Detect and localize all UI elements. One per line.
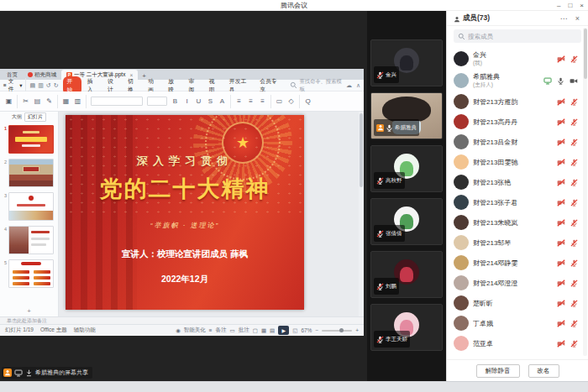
file-menu[interactable]: ≡文件▾: [3, 78, 26, 93]
member-row[interactable]: 财管213朱晓岚: [447, 212, 588, 233]
member-row[interactable]: 财管213田雯驰: [447, 152, 588, 172]
mic-off-icon[interactable]: [570, 300, 578, 307]
wps-store-tab[interactable]: 稻壳商城: [23, 70, 61, 80]
camera-off-icon[interactable]: [557, 199, 565, 206]
slide-thumbnail[interactable]: [8, 192, 54, 221]
underline-icon[interactable]: U: [195, 97, 202, 105]
comments-toggle[interactable]: 批注: [239, 327, 249, 334]
camera-off-icon[interactable]: [557, 98, 565, 106]
mic-off-icon[interactable]: [570, 179, 578, 186]
camera-off-icon[interactable]: [557, 219, 565, 227]
mic-off-icon[interactable]: [570, 98, 578, 106]
zoom-in-icon[interactable]: +: [355, 327, 359, 333]
font-name-box[interactable]: [91, 97, 143, 106]
video-tile[interactable]: 希腊雅典: [370, 92, 443, 139]
collapse-ribbon-icon[interactable]: ∧: [356, 82, 360, 89]
mic-off-icon[interactable]: [570, 219, 578, 227]
rename-button[interactable]: 改名: [528, 364, 559, 378]
add-slide-icon[interactable]: +: [0, 306, 58, 316]
align-center-icon[interactable]: ≡: [247, 97, 255, 105]
camera-off-icon[interactable]: [557, 300, 565, 307]
video-tile[interactable]: 李王天娇: [370, 304, 443, 351]
member-row[interactable]: 财管213张子君: [447, 192, 588, 212]
slide-thumbnail[interactable]: [8, 226, 54, 254]
mic-off-icon[interactable]: [570, 340, 578, 348]
strikethrough-icon[interactable]: S: [207, 97, 214, 105]
member-row[interactable]: 丁卓娥: [447, 313, 588, 333]
mic-off-icon[interactable]: [570, 280, 578, 287]
find-icon[interactable]: Q: [304, 97, 312, 105]
mic-off-icon[interactable]: [570, 199, 578, 206]
view-normal-icon[interactable]: ▢: [253, 327, 258, 334]
minimize-icon[interactable]: –: [557, 2, 560, 9]
beautify-label[interactable]: 智能美化: [184, 327, 206, 334]
redo-icon[interactable]: ↻: [54, 82, 59, 89]
member-search-box[interactable]: [454, 29, 581, 43]
more-icon[interactable]: ⋯: [560, 14, 568, 23]
zoom-slider[interactable]: [322, 330, 352, 332]
mic-off-icon[interactable]: [570, 55, 578, 63]
mic-off-icon[interactable]: [570, 259, 578, 267]
member-row[interactable]: 财管213方雁韵: [447, 91, 588, 112]
member-row[interactable]: 希腊雅典(主持人): [447, 70, 588, 91]
undo-icon[interactable]: ↺: [46, 82, 51, 89]
camera-off-icon[interactable]: [557, 159, 565, 166]
fit-window-icon[interactable]: ◱: [292, 327, 297, 334]
mic-off-icon[interactable]: [570, 239, 578, 247]
view-grid-icon[interactable]: ▦: [261, 327, 266, 334]
text-box-icon[interactable]: ▭: [276, 97, 283, 105]
camera-on-icon[interactable]: [570, 77, 578, 85]
member-row[interactable]: 楚昕昕: [447, 293, 588, 313]
video-tile[interactable]: 张倩倩: [370, 198, 443, 245]
member-row[interactable]: 财管213张艳: [447, 172, 588, 192]
maximize-icon[interactable]: □: [568, 2, 572, 9]
mic-off-icon[interactable]: [570, 118, 578, 126]
print-icon[interactable]: ▥: [38, 82, 44, 89]
tab-outline[interactable]: 大纲: [12, 113, 22, 121]
view-read-icon[interactable]: ▤: [270, 327, 275, 334]
camera-off-icon[interactable]: [557, 118, 565, 126]
camera-off-icon[interactable]: [557, 55, 565, 63]
video-tile[interactable]: 刘鹏: [370, 251, 443, 298]
close-icon[interactable]: ×: [580, 2, 584, 9]
shapes-icon[interactable]: ◇: [287, 97, 295, 105]
layout-icon[interactable]: ▥: [74, 97, 81, 105]
cut-icon[interactable]: ✂: [22, 97, 29, 105]
unmute-button[interactable]: 解除静音: [476, 364, 520, 378]
slide-thumbnail[interactable]: [8, 125, 54, 154]
format-painter-icon[interactable]: ✎: [45, 97, 53, 105]
slide-thumbnail[interactable]: [8, 159, 54, 187]
paste-icon[interactable]: ▣: [5, 97, 13, 105]
camera-off-icon[interactable]: [557, 139, 565, 146]
member-row[interactable]: 财管213高丹丹: [447, 112, 588, 132]
zoom-out-icon[interactable]: −: [315, 327, 318, 333]
member-search-input[interactable]: [468, 33, 577, 40]
member-row[interactable]: 金兴(我): [447, 48, 588, 70]
italic-icon[interactable]: I: [183, 97, 191, 105]
member-row[interactable]: 财管213邹琴: [447, 233, 588, 253]
panel-scrollbar[interactable]: [583, 28, 587, 356]
beautify-icon[interactable]: ◉: [176, 327, 181, 334]
zoom-slider-knob[interactable]: [339, 328, 344, 332]
mic-off-icon[interactable]: [570, 320, 578, 327]
member-row[interactable]: 财管214邓澄澄: [447, 273, 588, 293]
slideshow-play-button[interactable]: ▶: [278, 326, 289, 335]
cloud-sync-icon[interactable]: ☁: [346, 82, 352, 89]
video-tile[interactable]: 高秋野: [370, 145, 443, 192]
save-icon[interactable]: ▤: [30, 82, 36, 89]
vertical-scrollbar[interactable]: [359, 112, 364, 316]
notes-bar[interactable]: 单击此处添加备注: [0, 316, 364, 324]
camera-off-icon[interactable]: [557, 340, 565, 348]
font-size-box[interactable]: [147, 97, 167, 106]
copy-icon[interactable]: ▤: [34, 97, 41, 105]
bold-icon[interactable]: B: [171, 97, 179, 105]
thumbnail-row[interactable]: 3: [0, 190, 58, 223]
camera-off-icon[interactable]: [557, 320, 565, 327]
thumbnail-row[interactable]: 1: [0, 123, 58, 156]
command-search[interactable]: 查找命令、搜索模板: [290, 78, 344, 93]
thumbnail-row[interactable]: 5: [0, 257, 58, 290]
slide-thumbnail[interactable]: [8, 259, 54, 288]
align-left-icon[interactable]: ≡: [235, 97, 243, 105]
mic-on-icon[interactable]: [557, 77, 564, 85]
video-tile[interactable]: 金兴: [370, 39, 443, 86]
